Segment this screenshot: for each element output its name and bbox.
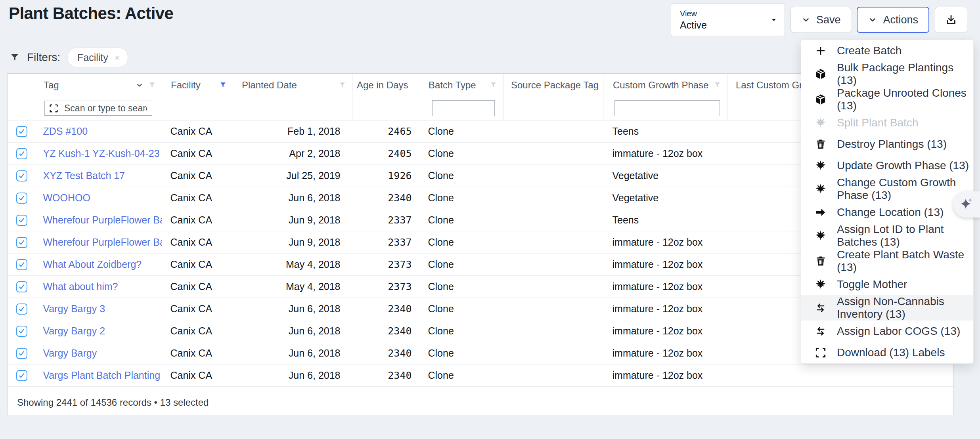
tag-link[interactable]: Vargs Plant Batch Planting bbox=[43, 370, 161, 381]
menu-item-package-unrooted-clones-13[interactable]: Package Unrooted Clones (13) bbox=[801, 87, 973, 112]
column-header-tag[interactable]: Tag bbox=[36, 74, 162, 96]
tag-link[interactable]: Wherefour PurpleFlower Batch 3 bbox=[43, 214, 162, 225]
cell-age_in_days: 2340 bbox=[352, 298, 418, 320]
custom_growth_phase-filter-input[interactable] bbox=[614, 100, 720, 116]
filter-funnel-icon[interactable] bbox=[148, 81, 156, 89]
menu-item-toggle-mother[interactable]: Toggle Mother bbox=[801, 274, 973, 295]
cell-batch_type: Clone bbox=[418, 120, 503, 143]
row-checkbox[interactable] bbox=[16, 237, 27, 248]
cell-facility: Canix CA bbox=[162, 320, 233, 342]
cell-planted_date: May 4, 2018 bbox=[233, 276, 352, 298]
cell-checkbox bbox=[8, 320, 36, 342]
export-button[interactable] bbox=[935, 7, 967, 33]
actions-button-label: Actions bbox=[883, 14, 918, 26]
row-checkbox[interactable] bbox=[16, 303, 27, 315]
cell-planted_date: Jun 6, 2018 bbox=[233, 298, 352, 320]
actions-button[interactable]: Actions bbox=[857, 7, 929, 33]
cell-custom_growth_phase: Teens bbox=[603, 209, 727, 231]
column-header-batch_type[interactable]: Batch Type bbox=[418, 74, 503, 96]
menu-item-assign-labor-cogs-13[interactable]: Assign Labor COGS (13) bbox=[801, 321, 973, 342]
row-checkbox[interactable] bbox=[16, 281, 27, 292]
column-header-custom_growth_phase[interactable]: Custom Growth Phase bbox=[603, 74, 727, 96]
menu-item-label: Split Plant Batch bbox=[837, 116, 918, 129]
cell-age_in_days: 2405 bbox=[352, 143, 418, 165]
cell-facility: Canix CA bbox=[162, 254, 233, 276]
row-checkbox[interactable] bbox=[16, 126, 27, 137]
column-label: Source Package Tag bbox=[511, 80, 599, 91]
cell-checkbox bbox=[8, 254, 36, 276]
filter-funnel-icon[interactable] bbox=[219, 81, 227, 89]
tag-link[interactable]: XYZ Test Batch 17 bbox=[43, 170, 125, 181]
filter-funnel-icon[interactable] bbox=[490, 81, 497, 89]
menu-item-bulk-package-plantings-13[interactable]: Bulk Package Plantings (13) bbox=[801, 61, 973, 87]
filter-cell-source_package_tag bbox=[503, 96, 603, 120]
filters-label: Filters: bbox=[27, 51, 60, 64]
menu-item-download-13-labels[interactable]: Download (13) Labels bbox=[801, 342, 973, 363]
row-checkbox[interactable] bbox=[16, 348, 27, 359]
tag-link[interactable]: What About Zoidberg? bbox=[43, 259, 142, 270]
cell-age_in_days: 2340 bbox=[352, 342, 418, 365]
save-button-label: Save bbox=[816, 14, 841, 26]
cell-batch_type: Clone bbox=[418, 298, 503, 320]
tag-link[interactable]: Vargy Bargy 2 bbox=[43, 325, 105, 336]
row-checkbox[interactable] bbox=[16, 259, 27, 270]
menu-item-destroy-plantings-13[interactable]: Destroy Plantings (13) bbox=[801, 134, 973, 155]
batch_type-filter-input[interactable] bbox=[432, 100, 495, 116]
column-header-source_package_tag[interactable]: Source Package Tag bbox=[503, 74, 603, 96]
filter-funnel-icon[interactable] bbox=[714, 81, 721, 89]
menu-item-create-plant-batch-waste-13[interactable]: Create Plant Batch Waste (13) bbox=[801, 248, 973, 274]
package-icon bbox=[815, 94, 827, 105]
tag-link[interactable]: Wherefour PurpleFlower Batch 1 bbox=[43, 237, 162, 248]
menu-item-label: Download (13) Labels bbox=[837, 346, 945, 359]
row-checkbox[interactable] bbox=[16, 193, 27, 204]
menu-item-create-batch[interactable]: Create Batch bbox=[801, 40, 973, 61]
menu-item-label: Bulk Package Plantings (13) bbox=[837, 61, 973, 87]
cell-planted_date: Jun 6, 2018 bbox=[233, 342, 352, 365]
assistant-button[interactable] bbox=[953, 191, 980, 218]
row-checkbox[interactable] bbox=[16, 370, 27, 381]
close-icon[interactable] bbox=[114, 54, 121, 61]
filter-chip-facility[interactable]: Facility bbox=[67, 48, 128, 67]
cell-source_package_tag bbox=[503, 187, 603, 209]
check-icon bbox=[18, 372, 25, 379]
tag-link[interactable]: Vargy Bargy 3 bbox=[43, 303, 105, 314]
filter-funnel-icon[interactable] bbox=[339, 81, 346, 89]
cell-facility: Canix CA bbox=[162, 276, 233, 298]
swap-arrows-icon bbox=[815, 325, 827, 337]
tag-search-field[interactable] bbox=[44, 101, 152, 116]
column-label: Age in Days bbox=[357, 80, 408, 91]
save-button[interactable]: Save bbox=[791, 7, 852, 33]
column-header-age_in_days[interactable]: Age in Days bbox=[352, 74, 418, 96]
caret-down-icon bbox=[769, 15, 778, 24]
cell-planted_date: Jun 9, 2018 bbox=[233, 231, 352, 254]
cell-age_in_days: 2337 bbox=[352, 231, 418, 254]
cell-tag: XYZ Test Batch 17 bbox=[36, 165, 162, 187]
menu-item-assign-non-cannabis-inventory-13[interactable]: Assign Non-Cannabis Inventory (13) bbox=[801, 295, 973, 321]
favorite-star-icon[interactable] bbox=[182, 8, 195, 21]
menu-item-label: Package Unrooted Clones (13) bbox=[837, 87, 973, 112]
row-checkbox[interactable] bbox=[16, 170, 27, 181]
view-select[interactable]: View Active bbox=[671, 4, 785, 36]
column-header-planted_date[interactable]: Planted Date bbox=[233, 74, 352, 96]
column-header-facility[interactable]: Facility bbox=[162, 74, 233, 96]
cell-batch_type: Clone bbox=[418, 231, 503, 254]
menu-item-assign-lot-id-to-plant-batches-13[interactable]: Assign Lot ID to Plant Batches (13) bbox=[801, 223, 973, 248]
row-checkbox[interactable] bbox=[16, 326, 27, 337]
menu-item-update-growth-phase-13[interactable]: Update Growth Phase (13) bbox=[801, 155, 973, 176]
tag-link[interactable]: YZ Kush-1 YZ-Kush-04-23 bbox=[43, 148, 160, 159]
tag-link[interactable]: WOOHOO bbox=[43, 192, 90, 203]
filter-cell-tag bbox=[36, 96, 162, 120]
filter-cell-checkbox bbox=[8, 96, 36, 120]
tag-link[interactable]: What about him? bbox=[43, 281, 118, 292]
row-checkbox[interactable] bbox=[16, 215, 27, 226]
cell-tag: Wherefour PurpleFlower Batch 3 bbox=[36, 209, 162, 231]
row-checkbox[interactable] bbox=[16, 148, 27, 159]
tag-search-input[interactable] bbox=[63, 103, 148, 114]
menu-item-change-location-13[interactable]: Change Location (13) bbox=[801, 202, 973, 223]
tag-link[interactable]: Vargy Bargy bbox=[43, 347, 97, 359]
table-footer: Showing 2441 of 14536 records • 13 selec… bbox=[8, 390, 953, 415]
check-icon bbox=[18, 150, 25, 157]
cell-checkbox bbox=[8, 231, 36, 254]
menu-item-change-custom-growth-phase-13[interactable]: Change Custom Growth Phase (13) bbox=[801, 176, 973, 202]
tag-link[interactable]: ZDS #100 bbox=[43, 126, 88, 137]
